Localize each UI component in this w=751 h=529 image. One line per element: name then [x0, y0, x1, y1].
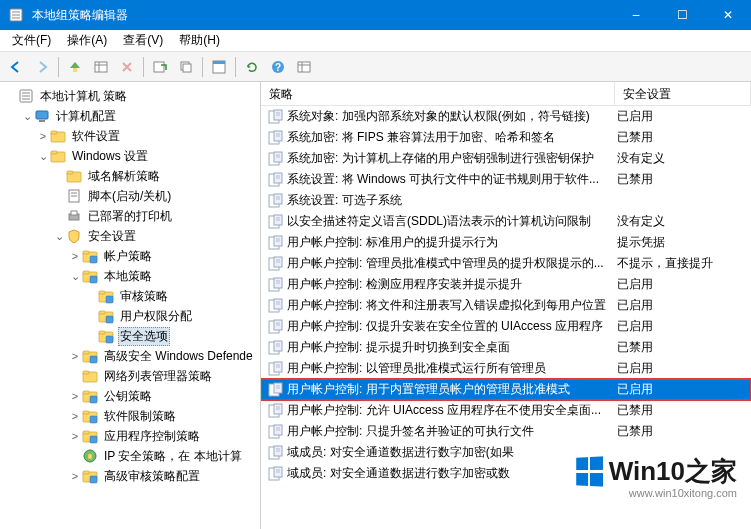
policy-name: 用户帐户控制: 将文件和注册表写入错误虚拟化到每用户位置 — [287, 297, 617, 314]
list-body[interactable]: 系统对象: 加强内部系统对象的默认权限(例如，符号链接)已启用系统加密: 将 F… — [261, 106, 751, 529]
policy-name: 用户帐户控制: 管理员批准模式中管理员的提升权限提示的... — [287, 255, 617, 272]
properties-button[interactable] — [207, 55, 231, 79]
window-title: 本地组策略编辑器 — [32, 7, 613, 24]
back-button[interactable] — [4, 55, 28, 79]
policy-setting: 已启用 — [617, 297, 751, 314]
list-row[interactable]: 用户帐户控制: 提示提升时切换到安全桌面已禁用 — [261, 337, 751, 358]
tree-panel[interactable]: 本地计算机 策略⌄计算机配置>软件设置⌄Windows 设置域名解析策略脚本(启… — [0, 82, 261, 529]
up-button[interactable] — [63, 55, 87, 79]
copy-button[interactable] — [174, 55, 198, 79]
expander-icon[interactable]: > — [68, 430, 82, 442]
expander-icon[interactable]: > — [68, 250, 82, 262]
policy-name: 系统设置: 可选子系统 — [287, 192, 617, 209]
policy-icon — [267, 403, 283, 419]
menu-action[interactable]: 操作(A) — [59, 30, 115, 51]
close-button[interactable]: ✕ — [705, 0, 751, 30]
column-header-name[interactable]: 策略 — [261, 82, 615, 105]
column-header-setting[interactable]: 安全设置 — [615, 82, 751, 105]
computer-icon — [34, 108, 50, 124]
list-row[interactable]: 用户帐户控制: 只提升签名并验证的可执行文件已禁用 — [261, 421, 751, 442]
tree-node[interactable]: ⌄本地策略 — [0, 266, 260, 286]
help-button[interactable] — [266, 55, 290, 79]
list-row[interactable]: 用户帐户控制: 以管理员批准模式运行所有管理员已启用 — [261, 358, 751, 379]
tree-node[interactable]: 脚本(启动/关机) — [0, 186, 260, 206]
list-panel: 策略 安全设置 系统对象: 加强内部系统对象的默认权限(例如，符号链接)已启用系… — [261, 82, 751, 529]
list-button[interactable] — [89, 55, 113, 79]
policy-icon — [267, 193, 283, 209]
refresh-button[interactable] — [240, 55, 264, 79]
forward-button[interactable] — [30, 55, 54, 79]
tree-node[interactable]: ⌄安全设置 — [0, 226, 260, 246]
tree-node[interactable]: 用户权限分配 — [0, 306, 260, 326]
tree-node[interactable]: >公钥策略 — [0, 386, 260, 406]
expander-icon[interactable]: > — [68, 470, 82, 482]
expander-icon[interactable]: > — [68, 390, 82, 402]
list-row[interactable]: 域成员: 对安全通道数据进行数字加密或数 — [261, 463, 751, 484]
tree-node[interactable]: >软件设置 — [0, 126, 260, 146]
menu-view[interactable]: 查看(V) — [115, 30, 171, 51]
list-row[interactable]: 系统设置: 可选子系统 — [261, 190, 751, 211]
expander-icon[interactable]: > — [68, 350, 82, 362]
tree-node-label: 应用程序控制策略 — [102, 427, 202, 446]
folder-blue-icon — [82, 348, 98, 364]
list-row[interactable]: 系统对象: 加强内部系统对象的默认权限(例如，符号链接)已启用 — [261, 106, 751, 127]
tree-node[interactable]: ⌄Windows 设置 — [0, 146, 260, 166]
expander-icon[interactable]: ⌄ — [68, 270, 82, 283]
maximize-button[interactable]: ☐ — [659, 0, 705, 30]
policy-setting: 已禁用 — [617, 129, 751, 146]
folder-blue-icon — [82, 428, 98, 444]
expander-icon[interactable]: > — [36, 130, 50, 142]
tree-node[interactable]: 域名解析策略 — [0, 166, 260, 186]
tree-node[interactable]: >应用程序控制策略 — [0, 426, 260, 446]
tree-node[interactable]: ⌄计算机配置 — [0, 106, 260, 126]
folder-icon — [50, 148, 66, 164]
delete-button[interactable] — [115, 55, 139, 79]
separator — [143, 57, 144, 77]
tree-node[interactable]: 已部署的打印机 — [0, 206, 260, 226]
list-row[interactable]: 用户帐户控制: 仅提升安装在安全位置的 UIAccess 应用程序已启用 — [261, 316, 751, 337]
list-row[interactable]: 域成员: 对安全通道数据进行数字加密(如果 — [261, 442, 751, 463]
expander-icon[interactable]: ⌄ — [52, 230, 66, 243]
list-row[interactable]: 系统加密: 将 FIPS 兼容算法用于加密、哈希和签名已禁用 — [261, 127, 751, 148]
list-row[interactable]: 用户帐户控制: 将文件和注册表写入错误虚拟化到每用户位置已启用 — [261, 295, 751, 316]
list-row[interactable]: 用户帐户控制: 检测应用程序安装并提示提升已启用 — [261, 274, 751, 295]
list-header: 策略 安全设置 — [261, 82, 751, 106]
menu-help[interactable]: 帮助(H) — [171, 30, 228, 51]
tree-node[interactable]: >高级审核策略配置 — [0, 466, 260, 486]
policy-icon — [267, 298, 283, 314]
tree-node[interactable]: 安全选项 — [0, 326, 260, 346]
policy-name: 系统设置: 将 Windows 可执行文件中的证书规则用于软件... — [287, 171, 617, 188]
tree-node[interactable]: >软件限制策略 — [0, 406, 260, 426]
tree-node[interactable]: >高级安全 Windows Defende — [0, 346, 260, 366]
export-button[interactable] — [148, 55, 172, 79]
app-icon — [8, 7, 24, 23]
policy-setting: 已启用 — [617, 318, 751, 335]
tree-node[interactable]: IP 安全策略，在 本地计算 — [0, 446, 260, 466]
tree-node-label: 网络列表管理器策略 — [102, 367, 214, 386]
policy-setting: 提示凭据 — [617, 234, 751, 251]
script-icon — [66, 188, 82, 204]
separator — [58, 57, 59, 77]
list-row[interactable]: 用户帐户控制: 标准用户的提升提示行为提示凭据 — [261, 232, 751, 253]
tree-node[interactable]: 本地计算机 策略 — [0, 86, 260, 106]
list-row[interactable]: 系统设置: 将 Windows 可执行文件中的证书规则用于软件...已禁用 — [261, 169, 751, 190]
list-row[interactable]: 用户帐户控制: 允许 UIAccess 应用程序在不使用安全桌面...已禁用 — [261, 400, 751, 421]
tree-node[interactable]: >帐户策略 — [0, 246, 260, 266]
minimize-button[interactable]: – — [613, 0, 659, 30]
expander-icon[interactable]: ⌄ — [20, 110, 34, 123]
detail-button[interactable] — [292, 55, 316, 79]
expander-icon[interactable]: > — [68, 410, 82, 422]
tree-node[interactable]: 网络列表管理器策略 — [0, 366, 260, 386]
menu-file[interactable]: 文件(F) — [4, 30, 59, 51]
list-row[interactable]: 用户帐户控制: 用于内置管理员帐户的管理员批准模式已启用 — [261, 379, 751, 400]
list-row[interactable]: 以安全描述符定义语言(SDDL)语法表示的计算机访问限制没有定义 — [261, 211, 751, 232]
list-row[interactable]: 用户帐户控制: 管理员批准模式中管理员的提升权限提示的...不提示，直接提升 — [261, 253, 751, 274]
list-row[interactable]: 系统加密: 为计算机上存储的用户密钥强制进行强密钥保护没有定义 — [261, 148, 751, 169]
policy-icon — [267, 340, 283, 356]
tree-node[interactable]: 审核策略 — [0, 286, 260, 306]
folder-blue-icon — [98, 308, 114, 324]
policy-setting: 没有定义 — [617, 150, 751, 167]
policy-setting: 没有定义 — [617, 213, 751, 230]
separator — [235, 57, 236, 77]
expander-icon[interactable]: ⌄ — [36, 150, 50, 163]
